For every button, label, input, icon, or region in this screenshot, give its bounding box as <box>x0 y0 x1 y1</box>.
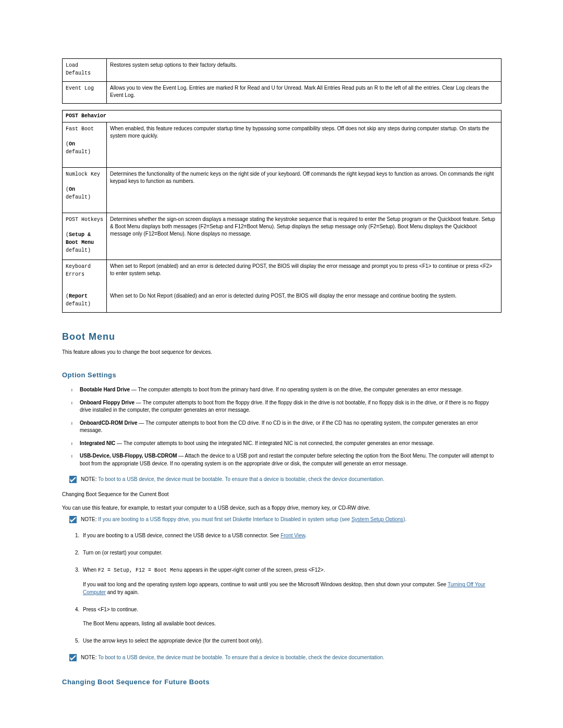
note-row: NOTE: To boot to a USB device, the devic… <box>62 654 501 662</box>
table-header: POST Behavior <box>66 113 106 119</box>
default-rest: default) <box>66 248 91 253</box>
cell-desc: Determines the functionality of the nume… <box>110 171 494 184</box>
list-item: Onboard Floppy Drive — The computer atte… <box>75 399 501 414</box>
note-text-after: ). <box>403 516 407 522</box>
note-icon <box>69 476 77 483</box>
cell-label: Keyboard Errors <box>66 264 91 277</box>
option-desc: — The computer attempts to boot from the… <box>80 420 478 434</box>
step-text-before: When <box>83 567 98 573</box>
step-text: Turn on (or restart) your computer. <box>83 550 162 556</box>
heading-option-settings: Option Settings <box>62 371 501 380</box>
document-page: Load Defaults Restores system setup opti… <box>0 0 563 728</box>
default-bold: Report <box>69 293 88 299</box>
note-row: NOTE: If you are booting to a USB floppy… <box>62 516 501 524</box>
link-front-view[interactable]: Front View <box>280 533 305 538</box>
table-row: (Report default) When set to Do Not Repo… <box>63 290 501 313</box>
note-label: NOTE: <box>81 516 97 522</box>
cell-desc: Allows you to view the Event Log. Entrie… <box>110 85 488 98</box>
list-item: Integrated NIC — The computer attempts t… <box>75 440 501 448</box>
cell-label: POST Hotkeys <box>66 217 103 223</box>
cell-desc: When set to Report (enabled) and an erro… <box>110 263 492 276</box>
cell-label: Event Log <box>66 85 94 91</box>
cell-label: Numlock Key <box>66 171 100 177</box>
table-row: Keyboard Errors When set to Report (enab… <box>63 260 501 290</box>
table-row: Event Log Allows you to view the Event L… <box>63 82 501 104</box>
option-list: Bootable Hard Drive — The computer attem… <box>62 386 501 467</box>
step-sub: The Boot Menu appears, listing all avail… <box>83 620 501 627</box>
table-load-defaults: Load Defaults Restores system setup opti… <box>62 58 501 104</box>
default-bold: On <box>69 141 75 147</box>
option-name: USB-Device, USB-Floppy, USB-CDROM <box>80 453 177 459</box>
option-desc: — The computer attempts to boot from the… <box>130 387 462 392</box>
step-text: Use the arrow keys to select the appropr… <box>83 638 263 644</box>
option-name: Onboard Floppy Drive <box>80 400 134 405</box>
boot-menu-intro: This feature allows you to change the bo… <box>62 349 501 356</box>
table-row: Load Defaults Restores system setup opti… <box>63 59 501 82</box>
step-text-after: . <box>305 533 307 538</box>
step-code: F2 = Setup, F12 = Boot Menu <box>98 567 182 573</box>
option-desc: — The computer attempts to boot using th… <box>115 440 434 446</box>
default-bold: On <box>69 187 75 192</box>
step-sub-after: and try again. <box>106 589 139 595</box>
option-name: Integrated NIC <box>80 440 115 446</box>
table-row: Fast Boot (On default) When enabled, thi… <box>63 122 501 168</box>
option-name: OnboardCD-ROM Drive <box>80 420 138 426</box>
link-system-setup-options[interactable]: System Setup Options <box>351 516 403 522</box>
cell-label: Load Defaults <box>66 63 91 76</box>
option-desc: — The computer attempts to boot from the… <box>80 400 489 413</box>
table-row: POST Hotkeys (Setup & Boot Menu default)… <box>63 213 501 260</box>
table-post-behavior: POST Behavior Fast Boot (On default) Whe… <box>62 110 501 313</box>
note-row: NOTE: To boot to a USB device, the devic… <box>62 476 501 484</box>
list-item: USB-Device, USB-Floppy, USB-CDROM — Atta… <box>75 452 501 467</box>
steps-list: If you are booting to a USB device, conn… <box>62 532 501 645</box>
step-text-after: appears in the upper-right corner of the… <box>182 567 325 573</box>
list-item: Bootable Hard Drive — The computer attem… <box>75 386 501 394</box>
list-item: OnboardCD-ROM Drive — The computer attem… <box>75 419 501 435</box>
note-icon <box>69 516 77 523</box>
step-text: If you are booting to a USB device, conn… <box>83 533 280 538</box>
option-name: Bootable Hard Drive <box>80 387 130 392</box>
cell-label: Fast Boot <box>66 126 94 132</box>
note-label: NOTE: <box>81 655 97 660</box>
step-item: When F2 = Setup, F12 = Boot Menu appears… <box>81 566 501 596</box>
heading-future-boots: Changing Boot Sequence for Future Boots <box>62 677 501 687</box>
default-rest: default) <box>66 194 91 200</box>
sub-text: You can use this feature, for example, t… <box>62 504 501 512</box>
step-sub-before: If you wait too long and the operating s… <box>83 582 448 587</box>
note-icon <box>69 654 77 661</box>
default-rest: default) <box>66 149 91 155</box>
table-row: Numlock Key (On default) Determines the … <box>63 168 501 213</box>
table-header-row: POST Behavior <box>63 110 501 122</box>
subheading-current-boot: Changing Boot Sequence for the Current B… <box>62 491 501 498</box>
heading-boot-menu: Boot Menu <box>62 330 501 343</box>
default-rest: default) <box>66 301 91 307</box>
note-text-before: If you are booting to a USB floppy drive… <box>97 516 352 522</box>
step-item: If you are booting to a USB device, conn… <box>81 532 501 539</box>
step-item: Press <F1> to continue. The Boot Menu ap… <box>81 606 501 627</box>
step-text: Press <F1> to continue. <box>83 607 138 612</box>
note-text: To boot to a USB device, the device must… <box>97 655 385 660</box>
cell-desc: When enabled, this feature reduces compu… <box>110 126 489 139</box>
step-item: Turn on (or restart) your computer. <box>81 549 501 557</box>
cell-desc: When set to Do Not Report (disabled) and… <box>110 293 457 299</box>
note-label: NOTE: <box>81 476 97 482</box>
default-bold: Setup & Boot Menu <box>66 232 94 245</box>
note-text: To boot to a USB device, the device must… <box>97 476 385 482</box>
cell-desc: Determines whether the sign-on screen di… <box>110 216 495 237</box>
step-item: Use the arrow keys to select the appropr… <box>81 637 501 645</box>
cell-desc: Restores system setup options to their f… <box>110 62 237 68</box>
